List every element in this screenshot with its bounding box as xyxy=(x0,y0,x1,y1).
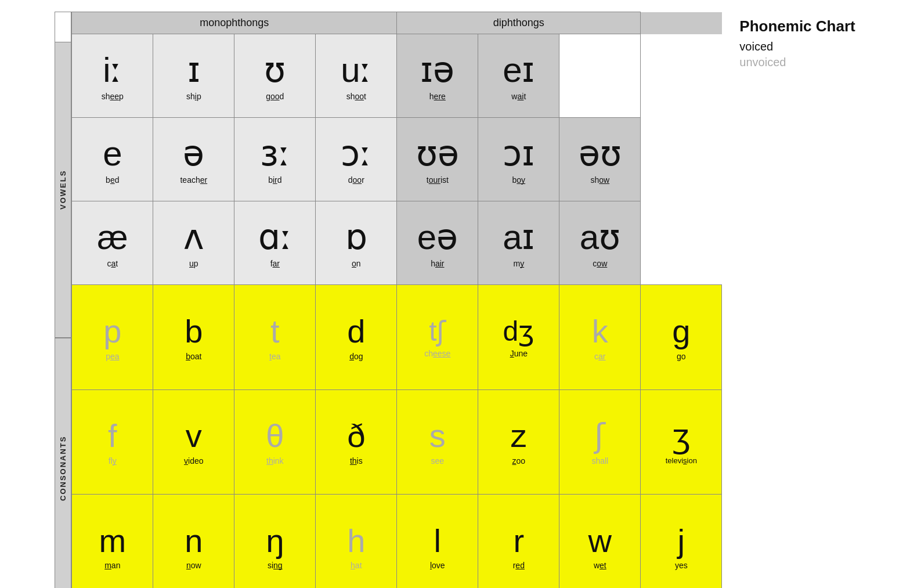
word-yes: yes xyxy=(645,561,717,570)
cell-n: n now xyxy=(153,494,234,588)
legend-unvoiced-label: unvoiced xyxy=(739,56,786,69)
symbol-l: l xyxy=(402,523,473,559)
symbol-e: e xyxy=(77,135,148,173)
symbol-ɜː: ɜː xyxy=(239,135,310,173)
symbol-æ: æ xyxy=(77,218,148,257)
cell-dʒ: dʒ June xyxy=(478,285,559,389)
word-june: June xyxy=(483,349,554,358)
row-labels: VOWELS CONSONANTS xyxy=(55,12,71,588)
monophthongs-header: monophthongs xyxy=(72,12,397,34)
symbol-aɪ: aɪ xyxy=(483,218,554,257)
symbol-k: k xyxy=(564,313,635,349)
symbol-z: z xyxy=(483,418,554,454)
symbol-ŋ: ŋ xyxy=(239,523,310,559)
word-cheese: cheese xyxy=(402,349,473,358)
extra-header-top xyxy=(641,12,722,34)
word-boy: boy xyxy=(483,175,554,185)
word-show: show xyxy=(564,175,635,185)
word-man: man xyxy=(77,561,148,570)
symbol-r: r xyxy=(483,523,554,559)
vowel-row-3: æ cat ʌ up ɑː far ɒ on xyxy=(72,201,722,285)
cell-əʊ: əʊ show xyxy=(559,118,641,201)
symbol-ɪ: ɪ xyxy=(158,51,229,89)
word-cat: cat xyxy=(77,259,148,268)
legend: Phonemic Chart voiced unvoiced xyxy=(739,12,855,69)
cell-ə: ə teacher xyxy=(153,118,234,201)
cell-j: j yes xyxy=(641,494,722,588)
legend-voiced-label: voiced xyxy=(739,40,773,53)
cell-eə: eə hair xyxy=(397,201,478,285)
word-red: red xyxy=(483,561,554,570)
symbol-ʌ: ʌ xyxy=(158,218,229,257)
word-wait: wait xyxy=(483,92,554,101)
cell-v: v video xyxy=(153,389,234,494)
cell-aʊ: aʊ cow xyxy=(559,201,641,285)
symbol-ð: ð xyxy=(320,418,392,454)
symbol-v: v xyxy=(158,418,229,454)
word-television: television xyxy=(645,456,717,465)
symbol-uː: uː xyxy=(320,51,392,89)
symbol-n: n xyxy=(158,523,229,559)
word-shall: shall xyxy=(564,456,635,466)
cell-f: f fly xyxy=(72,389,153,494)
cell-ŋ: ŋ sing xyxy=(234,494,316,588)
word-up: up xyxy=(158,259,229,268)
symbol-w: w xyxy=(564,523,635,559)
cell-ð: ð this xyxy=(316,389,397,494)
cell-ɒ: ɒ on xyxy=(316,201,397,285)
word-bed: bed xyxy=(77,175,148,185)
symbol-g: g xyxy=(645,313,717,349)
cell-ɪ: ɪ ship xyxy=(153,34,234,118)
cell-ʊ: ʊ good xyxy=(234,34,316,118)
word-zoo: zoo xyxy=(483,456,554,466)
symbol-θ: θ xyxy=(239,418,310,454)
word-love: love xyxy=(402,561,473,570)
word-teacher: teacher xyxy=(158,175,229,185)
cell-d: d dog xyxy=(316,285,397,389)
cell-θ: θ think xyxy=(234,389,316,494)
symbol-iː: iː xyxy=(77,51,148,89)
symbol-f: f xyxy=(77,418,148,454)
word-tea: tea xyxy=(239,352,310,361)
cell-æ: æ cat xyxy=(72,201,153,285)
symbol-b: b xyxy=(158,313,229,349)
symbol-ʊ: ʊ xyxy=(239,51,310,89)
word-see: see xyxy=(402,456,473,466)
cell-p: p pea xyxy=(72,285,153,389)
cell-ɪə: ɪə here xyxy=(397,34,478,118)
word-here: here xyxy=(402,92,473,101)
symbol-ɒ: ɒ xyxy=(320,218,392,257)
cell-aɪ: aɪ my xyxy=(478,201,559,285)
symbol-t: t xyxy=(239,313,310,349)
cell-tʃ: tʃ cheese xyxy=(397,285,478,389)
cell-ʒ: ʒ television xyxy=(641,389,722,494)
cell-iː: iː sheep xyxy=(72,34,153,118)
cell-k: k car xyxy=(559,285,641,389)
symbol-ʃ: ʃ xyxy=(564,418,635,454)
word-think: think xyxy=(239,456,310,466)
word-shoot: shoot xyxy=(320,92,392,101)
word-boat: boat xyxy=(158,352,229,361)
symbol-əʊ: əʊ xyxy=(564,135,635,173)
cell-e: e bed xyxy=(72,118,153,201)
word-now: now xyxy=(158,561,229,570)
chart-title: Phonemic Chart xyxy=(739,17,855,35)
consonant-row-1: p pea b boat t tea d dog xyxy=(72,285,722,389)
vowels-label: VOWELS xyxy=(55,42,71,338)
word-tourist: tourist xyxy=(402,175,473,185)
cell-m: m man xyxy=(72,494,153,588)
symbol-ə: ə xyxy=(158,135,229,173)
symbol-p: p xyxy=(77,313,148,349)
empty-cell-1 xyxy=(559,34,641,118)
page-wrapper: VOWELS CONSONANTS monophthongs diphthong… xyxy=(55,12,855,588)
symbol-eə: eə xyxy=(402,218,473,257)
diphthongs-header: diphthongs xyxy=(397,12,641,34)
cell-ɔɪ: ɔɪ boy xyxy=(478,118,559,201)
symbol-ɑː: ɑː xyxy=(239,218,310,257)
symbol-j: j xyxy=(645,523,717,559)
symbol-d: d xyxy=(320,313,392,349)
word-car: car xyxy=(564,352,635,361)
cell-ʃ: ʃ shall xyxy=(559,389,641,494)
cell-ɜː: ɜː bird xyxy=(234,118,316,201)
word-cow: cow xyxy=(564,259,635,268)
